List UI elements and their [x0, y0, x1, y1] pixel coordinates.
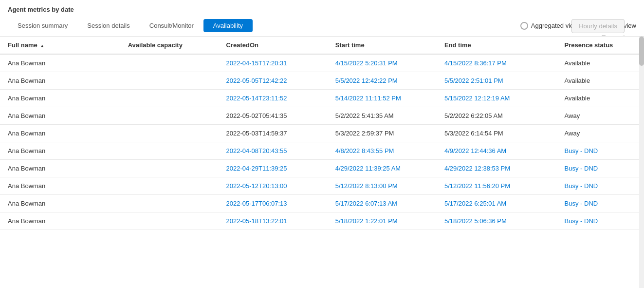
cell-end-time: 5/12/2022 11:56:20 PM [437, 177, 557, 195]
table-row: Ana Bowman2022-04-08T20:43:554/8/2022 8:… [0, 142, 644, 160]
table-row: Ana Bowman2022-05-12T20:13:005/12/2022 8… [0, 177, 644, 195]
col-end-time[interactable]: End time [437, 37, 557, 54]
table-row: Ana Bowman2022-05-18T13:22:015/18/2022 1… [0, 212, 644, 230]
cell-available-capacity [120, 72, 219, 90]
cell-end-time: 4/15/2022 8:36:17 PM [437, 54, 557, 72]
cell-start-time: 4/29/2022 11:39:25 AM [328, 160, 437, 177]
toolbar: Session summary Session details Consult/… [0, 17, 644, 36]
cell-end-time: 5/2/2022 6:22:05 AM [437, 107, 557, 125]
cell-created-on: 2022-04-08T20:43:55 [218, 142, 327, 160]
cell-full-name: Ana Bowman [0, 195, 120, 212]
cell-full-name: Ana Bowman [0, 72, 120, 90]
cell-presence-status: Busy - DND [557, 195, 644, 212]
cell-full-name: Ana Bowman [0, 107, 120, 125]
cell-created-on: 2022-05-05T12:42:22 [218, 72, 327, 90]
table-row: Ana Bowman2022-04-29T11:39:254/29/2022 1… [0, 160, 644, 177]
cell-end-time: 4/9/2022 12:44:36 AM [437, 142, 557, 160]
cell-created-on: 2022-04-15T17:20:31 [218, 54, 327, 72]
data-table: Full name ▲ Available capacity CreatedOn… [0, 37, 644, 230]
cell-full-name: Ana Bowman [0, 90, 120, 107]
cell-available-capacity [120, 142, 219, 160]
cell-presence-status: Away [557, 107, 644, 125]
cell-start-time: 5/12/2022 8:13:00 PM [328, 177, 437, 195]
cell-full-name: Ana Bowman [0, 212, 120, 230]
cell-start-time: 5/2/2022 5:41:35 AM [328, 107, 437, 125]
cell-end-time: 5/17/2022 6:25:01 AM [437, 195, 557, 212]
hourly-details-button[interactable]: Hourly details [571, 19, 625, 33]
cell-full-name: Ana Bowman [0, 142, 120, 160]
cell-full-name: Ana Bowman [0, 177, 120, 195]
cell-available-capacity [120, 195, 219, 212]
table-row: Ana Bowman2022-05-05T12:42:225/5/2022 12… [0, 72, 644, 90]
cell-available-capacity [120, 125, 219, 142]
cell-presence-status: Available [557, 54, 644, 72]
table-row: Ana Bowman2022-05-17T06:07:135/17/2022 6… [0, 195, 644, 212]
cell-created-on: 2022-05-12T20:13:00 [218, 177, 327, 195]
cell-available-capacity [120, 212, 219, 230]
table-row: Ana Bowman2022-05-02T05:41:355/2/2022 5:… [0, 107, 644, 125]
cell-created-on: 2022-05-03T14:59:37 [218, 125, 327, 142]
table-body: Ana Bowman2022-04-15T17:20:314/15/2022 5… [0, 54, 644, 230]
table-row: Ana Bowman2022-05-03T14:59:375/3/2022 2:… [0, 125, 644, 142]
cell-created-on: 2022-05-02T05:41:35 [218, 107, 327, 125]
tab-availability[interactable]: Availability [203, 19, 253, 32]
cell-presence-status: Available [557, 90, 644, 107]
table-wrapper: Full name ▲ Available capacity CreatedOn… [0, 36, 644, 288]
cell-presence-status: Away [557, 125, 644, 142]
tab-consult-monitor[interactable]: Consult/Monitor [140, 19, 203, 32]
table-header-row: Full name ▲ Available capacity CreatedOn… [0, 37, 644, 54]
cell-end-time: 5/3/2022 6:14:54 PM [437, 125, 557, 142]
cell-end-time: 5/15/2022 12:12:19 AM [437, 90, 557, 107]
cell-start-time: 5/17/2022 6:07:13 AM [328, 195, 437, 212]
cell-created-on: 2022-05-18T13:22:01 [218, 212, 327, 230]
col-full-name[interactable]: Full name ▲ [0, 37, 120, 54]
cell-end-time: 4/29/2022 12:38:53 PM [437, 160, 557, 177]
cell-start-time: 5/14/2022 11:11:52 PM [328, 90, 437, 107]
cell-start-time: 5/18/2022 1:22:01 PM [328, 212, 437, 230]
cell-presence-status: Busy - DND [557, 142, 644, 160]
cell-created-on: 2022-05-17T06:07:13 [218, 195, 327, 212]
cell-presence-status: Available [557, 72, 644, 90]
scrollbar-track[interactable] [639, 37, 644, 288]
cell-available-capacity [120, 107, 219, 125]
aggregated-view-option[interactable]: Aggregated view [520, 22, 578, 30]
cell-presence-status: Busy - DND [557, 177, 644, 195]
cell-start-time: 4/15/2022 5:20:31 PM [328, 54, 437, 72]
cell-full-name: Ana Bowman [0, 160, 120, 177]
cell-start-time: 4/8/2022 8:43:55 PM [328, 142, 437, 160]
cell-full-name: Ana Bowman [0, 54, 120, 72]
col-available-capacity[interactable]: Available capacity [120, 37, 219, 54]
scrollbar-thumb[interactable] [639, 37, 644, 66]
cell-end-time: 5/5/2022 2:51:01 PM [437, 72, 557, 90]
table-row: Ana Bowman2022-04-15T17:20:314/15/2022 5… [0, 54, 644, 72]
aggregated-view-label: Aggregated view [531, 22, 578, 29]
cell-start-time: 5/5/2022 12:42:22 PM [328, 72, 437, 90]
cell-available-capacity [120, 54, 219, 72]
cell-created-on: 2022-05-14T23:11:52 [218, 90, 327, 107]
cell-available-capacity [120, 90, 219, 107]
cell-presence-status: Busy - DND [557, 212, 644, 230]
col-start-time[interactable]: Start time [328, 37, 437, 54]
cell-start-time: 5/3/2022 2:59:37 PM [328, 125, 437, 142]
aggregated-view-radio[interactable] [520, 22, 528, 30]
cell-full-name: Ana Bowman [0, 125, 120, 142]
tab-session-details[interactable]: Session details [77, 19, 139, 32]
table-row: Ana Bowman2022-05-14T23:11:525/14/2022 1… [0, 90, 644, 107]
cell-end-time: 5/18/2022 5:06:36 PM [437, 212, 557, 230]
col-created-on[interactable]: CreatedOn [218, 37, 327, 54]
tab-session-summary[interactable]: Session summary [8, 19, 77, 32]
cell-created-on: 2022-04-29T11:39:25 [218, 160, 327, 177]
sort-icon: ▲ [40, 43, 44, 48]
cell-available-capacity [120, 160, 219, 177]
cell-presence-status: Busy - DND [557, 160, 644, 177]
page-title: Agent metrics by date [0, 6, 644, 17]
col-presence-status[interactable]: Presence status [557, 37, 644, 54]
cell-available-capacity [120, 177, 219, 195]
